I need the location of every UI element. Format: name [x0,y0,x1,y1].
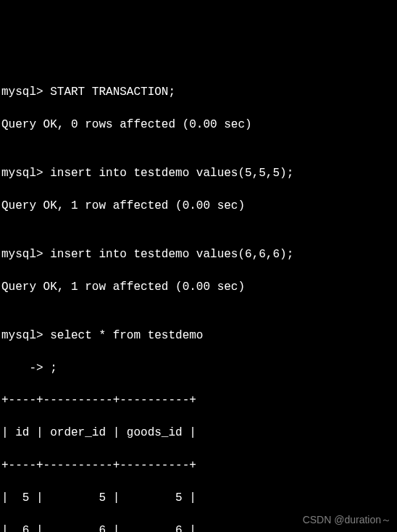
cmd-insert-2: mysql> insert into testdemo values(6,6,6… [1,246,396,262]
table-row: | 5 | 5 | 5 | [1,490,396,506]
table-border: +----+----------+----------+ [1,457,396,473]
cmd-select-1-cont: -> ; [1,360,396,376]
response-ok: Query OK, 0 rows affected (0.00 sec) [1,117,396,133]
cmd-select-1: mysql> select * from testdemo [1,328,396,344]
response-ok: Query OK, 1 row affected (0.00 sec) [1,279,396,295]
terminal-output: mysql> START TRANSACTION; Query OK, 0 ro… [1,68,396,532]
cmd-insert-1: mysql> insert into testdemo values(5,5,5… [1,165,396,181]
cmd-start-transaction: mysql> START TRANSACTION; [1,84,396,100]
table-header: | id | order_id | goods_id | [1,425,396,441]
table-border: +----+----------+----------+ [1,392,396,408]
response-ok: Query OK, 1 row affected (0.00 sec) [1,198,396,214]
watermark: CSDN @duration～ [303,513,391,528]
